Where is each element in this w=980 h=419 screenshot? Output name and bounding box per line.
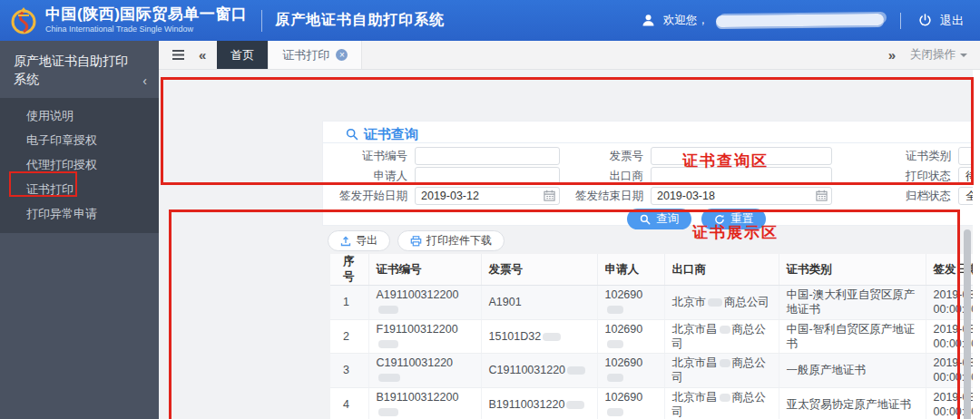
- table-cell: 中国-澳大利亚自贸区原产地证书: [779, 286, 926, 320]
- query-panel-header: 证书查询: [323, 122, 980, 143]
- table-cell: 中国-智利自贸区原产地证书: [779, 319, 926, 354]
- table-header-row: 序号证书编号发票号申请人出口商证书类别签发日期附件接收状态: [330, 254, 980, 286]
- tabs: 首页证书打印×: [217, 41, 362, 69]
- redaction-smudge: [607, 306, 623, 314]
- export-button[interactable]: 导出: [328, 230, 390, 251]
- page-scroll-track: [973, 70, 980, 419]
- table-cell: 2019-03-18 00:00:00: [926, 387, 980, 419]
- column-header: 申请人: [597, 254, 664, 286]
- menu-icon[interactable]: [172, 49, 185, 61]
- sidebar-item-cert-print[interactable]: 证书打印: [0, 177, 159, 201]
- sidebar-collapse-icon[interactable]: ‹: [142, 72, 147, 90]
- redaction-smudge: [378, 340, 398, 348]
- redaction-smudge: [720, 394, 730, 402]
- brand-title: 中国(陕西)国际贸易单一窗口: [45, 6, 247, 24]
- calendar-icon[interactable]: [544, 190, 555, 201]
- print-status-label: 打印状态: [836, 169, 955, 184]
- printer-icon: [410, 236, 422, 247]
- logout-button[interactable]: 退出: [940, 13, 964, 29]
- redaction-smudge: [543, 333, 561, 341]
- sidebar-item-usage-help[interactable]: 使用说明: [0, 103, 159, 128]
- table-cell: 4: [330, 387, 368, 419]
- redaction-smudge: [567, 366, 585, 375]
- certificate-table: 序号证书编号发票号申请人出口商证书类别签发日期附件接收状态 1A19110031…: [330, 254, 980, 419]
- table-cell: 北京市商总公司: [664, 286, 779, 320]
- header-divider: [261, 10, 262, 32]
- table-row[interactable]: 3C19110031220C19110031220102690北京市昌商总公司一…: [330, 354, 980, 388]
- app-header: 中国(陕西)国际贸易单一窗口 China International Trade…: [0, 0, 980, 41]
- close-tab-icon[interactable]: ×: [336, 49, 348, 61]
- exporter-label: 出口商: [564, 169, 647, 184]
- redaction-smudge: [720, 359, 730, 367]
- table-row[interactable]: 1A191100312200A1901102690北京市商总公司中国-澳大利亚自…: [330, 286, 980, 320]
- sidebar-title: 原产地证书自助打印系统 ‹: [0, 41, 159, 98]
- tabs-scroll-right-icon[interactable]: »: [888, 47, 896, 63]
- column-header: 证书编号: [368, 254, 481, 286]
- sidebar-menu: 使用说明电子印章授权代理打印授权证书打印打印异常申请: [0, 98, 159, 233]
- applicant-label: 申请人: [323, 169, 411, 184]
- page-title: 原产地证书自助打印系统: [275, 11, 445, 30]
- redacted-username: [716, 14, 884, 27]
- table-cell: 2019-03-18 00:00:00: [926, 354, 980, 388]
- table-cell: F191100312200: [368, 319, 481, 354]
- tab-cert-print[interactable]: 证书打印×: [268, 41, 362, 69]
- exporter-input[interactable]: [651, 167, 832, 185]
- refresh-icon: [714, 214, 725, 225]
- tab-home[interactable]: 首页: [217, 41, 268, 69]
- main-area: « 首页证书打印× » 关闭操作 证书查询 证书编号: [159, 41, 980, 419]
- user-icon: [641, 13, 656, 28]
- table-cell: 亚太贸易协定原产地证书: [779, 387, 926, 419]
- tabs-scroll-left-icon[interactable]: «: [199, 47, 206, 63]
- issue-end-label: 签发结束日期: [564, 189, 647, 204]
- tab-bar: « 首页证书打印× » 关闭操作: [159, 41, 980, 70]
- cert-no-input[interactable]: [415, 147, 560, 165]
- table-cell: 北京市昌商总公司: [664, 354, 779, 388]
- power-icon[interactable]: [917, 13, 933, 28]
- table-cell: 2: [330, 319, 368, 354]
- column-header: 发票号: [481, 254, 597, 286]
- table-toolbar: 导出 打印控件下载: [328, 230, 505, 251]
- column-header: 出口商: [664, 254, 779, 286]
- print-control-download-button[interactable]: 打印控件下载: [397, 230, 505, 251]
- query-panel: 证书查询 证书编号 发票号 证书类别 申请人 出口商 打印状态 待打印 签发开始…: [322, 121, 980, 226]
- table-cell: 一般原产地证书: [779, 354, 926, 388]
- table-cell: 102690: [597, 286, 664, 320]
- column-header: 证书类别: [779, 254, 926, 286]
- table-row[interactable]: 4B191100312200B19110031220102690北京市昌商总公司…: [330, 387, 980, 419]
- table-cell: 3: [330, 354, 368, 388]
- header-vbar: [900, 13, 901, 29]
- redaction-smudge: [607, 340, 623, 348]
- search-button[interactable]: 查询: [627, 209, 691, 229]
- issue-start-label: 签发开始日期: [323, 189, 411, 204]
- close-operations-menu[interactable]: 关闭操作: [910, 47, 967, 63]
- brand: 中国(陕西)国际贸易单一窗口 China International Trade…: [0, 6, 445, 35]
- reset-button[interactable]: 重置: [701, 209, 766, 229]
- table-cell: A1901: [481, 286, 597, 320]
- scrollbar-thumb[interactable]: [964, 229, 971, 419]
- table-cell: 102690: [597, 354, 664, 388]
- brand-logo-icon: [9, 6, 38, 35]
- table-cell: B19110031220: [481, 387, 597, 419]
- table-cell: 1: [330, 286, 368, 320]
- table-cell: 2019-03-18 00:00:00: [926, 319, 980, 354]
- applicant-input[interactable]: [415, 167, 560, 185]
- table-cell: 北京市昌商总公司: [664, 387, 779, 419]
- sidebar-item-print-exception[interactable]: 打印异常申请: [0, 201, 159, 226]
- column-header: 签发日期: [926, 254, 980, 286]
- redaction-smudge: [720, 326, 730, 334]
- search-icon: [346, 128, 358, 141]
- invoice-no-input[interactable]: [651, 147, 832, 165]
- calendar-icon[interactable]: [816, 190, 828, 201]
- redaction-smudge: [378, 408, 398, 416]
- column-header: 序号: [330, 254, 368, 286]
- issue-start-input[interactable]: [415, 187, 560, 205]
- redaction-smudge: [566, 401, 584, 409]
- sidebar-item-agent-print-auth[interactable]: 代理打印授权: [0, 152, 159, 177]
- search-icon: [640, 214, 651, 225]
- sidebar-item-e-seal-auth[interactable]: 电子印章授权: [0, 128, 159, 152]
- archive-status-label: 归档状态: [836, 189, 955, 204]
- issue-end-input[interactable]: [651, 187, 832, 205]
- table-cell: B191100312200: [368, 387, 481, 419]
- welcome-label: 欢迎您，: [663, 13, 709, 28]
- table-row[interactable]: 2F19110031220015101D32102690北京市昌商总公司中国-智…: [330, 319, 980, 354]
